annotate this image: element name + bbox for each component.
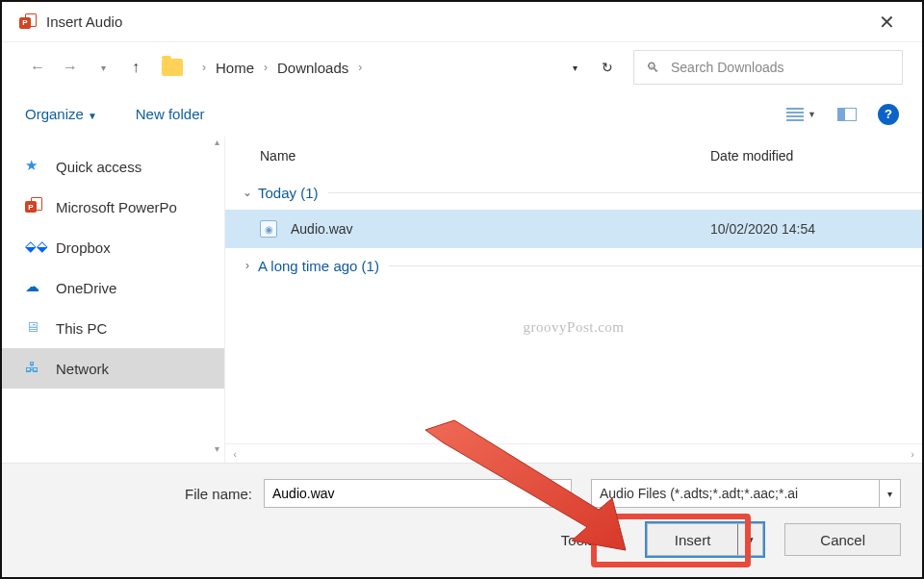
organize-menu[interactable]: Organize▼ bbox=[25, 106, 97, 122]
chevron-right-icon: › bbox=[202, 61, 206, 74]
insert-audio-dialog: P Insert Audio ✕ ← → ▾ ↑ › Home › Downlo… bbox=[0, 0, 924, 579]
scroll-left-icon[interactable]: ‹ bbox=[225, 448, 244, 460]
title-bar: P Insert Audio ✕ bbox=[2, 2, 922, 42]
filename-label: File name: bbox=[23, 486, 264, 502]
sidebar-item-powerpoint[interactable]: P Microsoft PowerPo bbox=[2, 187, 224, 227]
powerpoint-icon: P bbox=[25, 197, 44, 216]
file-row-audio[interactable]: ◉ Audio.wav 10/02/2020 14:54 bbox=[225, 210, 922, 248]
sidebar-item-onedrive[interactable]: ☁ OneDrive bbox=[2, 267, 224, 308]
breadcrumb-downloads[interactable]: Downloads bbox=[277, 60, 348, 76]
group-today[interactable]: ⌄ Today (1) bbox=[225, 175, 922, 210]
filetype-dropdown[interactable]: ▾ bbox=[880, 479, 901, 508]
scroll-right-icon[interactable]: › bbox=[903, 448, 922, 460]
refresh-button[interactable]: ↻ bbox=[591, 51, 624, 84]
horizontal-scrollbar[interactable]: ‹ › bbox=[225, 443, 922, 463]
search-input[interactable]: 🔍︎ Search Downloads bbox=[633, 50, 903, 85]
cloud-icon: ☁ bbox=[25, 278, 44, 297]
cancel-button[interactable]: Cancel bbox=[784, 523, 901, 556]
close-button[interactable]: ✕ bbox=[869, 7, 905, 38]
back-button[interactable]: ← bbox=[21, 51, 54, 84]
breadcrumb-home[interactable]: Home bbox=[216, 60, 254, 76]
audio-file-icon: ◉ bbox=[260, 220, 277, 238]
view-mode-button[interactable]: ▼ bbox=[786, 108, 816, 121]
insert-dropdown[interactable]: ▼ bbox=[737, 524, 762, 555]
up-button[interactable]: ↑ bbox=[119, 51, 152, 84]
network-icon: 🖧 bbox=[25, 359, 44, 378]
nav-bar: ← → ▾ ↑ › Home › Downloads › ▾ ↻ 🔍︎ Sear… bbox=[2, 42, 922, 92]
dialog-body: ▴ ★ Quick access P Microsoft PowerPo ⬙⬙ … bbox=[2, 137, 922, 463]
pc-icon: 🖥 bbox=[25, 318, 44, 338]
scroll-up-icon[interactable]: ▴ bbox=[215, 137, 219, 147]
chevron-down-icon: ⌄ bbox=[237, 186, 258, 199]
filename-input[interactable] bbox=[264, 479, 551, 508]
sidebar: ▴ ★ Quick access P Microsoft PowerPo ⬙⬙ … bbox=[2, 137, 225, 463]
sidebar-item-this-pc[interactable]: 🖥 This PC bbox=[2, 308, 224, 348]
file-name: Audio.wav bbox=[291, 221, 710, 237]
help-button[interactable]: ? bbox=[878, 104, 899, 125]
watermark: groovyPost.com bbox=[524, 319, 625, 336]
search-icon: 🔍︎ bbox=[646, 60, 659, 75]
toolbar: Organize▼ New folder ▼ ? bbox=[2, 92, 922, 137]
column-date[interactable]: Date modified bbox=[710, 148, 922, 164]
insert-button[interactable]: Insert ▼ bbox=[647, 523, 764, 556]
chevron-right-icon: › bbox=[264, 61, 268, 74]
new-folder-button[interactable]: New folder bbox=[136, 106, 205, 122]
filetype-filter[interactable]: Audio Files (*.adts;*.adt;*.aac;*.ai bbox=[591, 479, 880, 508]
bottom-panel: File name: ▾ Audio Files (*.adts;*.adt;*… bbox=[2, 463, 922, 577]
file-date: 10/02/2020 14:54 bbox=[710, 221, 922, 237]
recent-dropdown[interactable]: ▾ bbox=[87, 51, 119, 84]
forward-button[interactable]: → bbox=[54, 51, 87, 84]
filename-dropdown[interactable]: ▾ bbox=[551, 479, 572, 508]
chevron-right-icon: › bbox=[237, 259, 258, 272]
list-view-icon bbox=[786, 108, 804, 121]
powerpoint-icon: P bbox=[19, 13, 37, 31]
tools-menu[interactable]: Tools▼ bbox=[561, 532, 610, 548]
sidebar-item-dropbox[interactable]: ⬙⬙ Dropbox bbox=[2, 227, 224, 267]
chevron-right-icon: › bbox=[358, 61, 362, 74]
preview-pane-button[interactable] bbox=[837, 108, 857, 121]
column-headers[interactable]: Name Date modified bbox=[225, 137, 922, 175]
file-list: Name Date modified ⌄ Today (1) ◉ Audio.w… bbox=[225, 137, 922, 463]
sidebar-item-network[interactable]: 🖧 Network bbox=[2, 348, 224, 389]
dropbox-icon: ⬙⬙ bbox=[25, 238, 44, 257]
sidebar-item-quick-access[interactable]: ★ Quick access bbox=[2, 146, 224, 187]
path-dropdown[interactable]: ▾ bbox=[558, 51, 591, 84]
group-old[interactable]: › A long time ago (1) bbox=[225, 248, 922, 283]
breadcrumb[interactable]: › Home › Downloads › bbox=[192, 60, 372, 76]
scroll-down-icon[interactable]: ▾ bbox=[215, 443, 219, 454]
column-name[interactable]: Name bbox=[260, 148, 710, 164]
dialog-title: Insert Audio bbox=[46, 13, 122, 30]
folder-icon bbox=[162, 59, 183, 76]
star-icon: ★ bbox=[25, 157, 44, 176]
search-placeholder: Search Downloads bbox=[671, 60, 784, 75]
